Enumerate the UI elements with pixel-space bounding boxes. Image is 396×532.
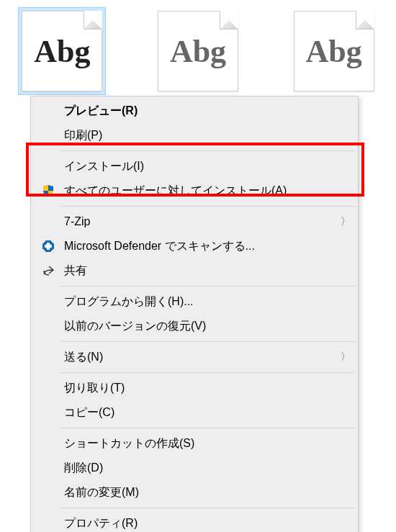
menu-label: 名前の変更(M) <box>58 485 351 500</box>
menu-7zip[interactable]: 7-Zip 〉 <box>32 209 356 234</box>
menu-label: プレビュー(R) <box>58 104 351 119</box>
font-glyph: Abg <box>170 33 226 70</box>
menu-label: コピー(C) <box>58 405 351 420</box>
font-file-item[interactable]: Abg <box>150 7 246 99</box>
font-file-icon: Abg <box>294 11 374 91</box>
menu-cut[interactable]: 切り取り(T) <box>32 376 356 400</box>
menu-restore-previous[interactable]: 以前のバージョンの復元(V) <box>32 314 356 338</box>
menu-copy[interactable]: コピー(C) <box>32 400 356 425</box>
menu-rename[interactable]: 名前の変更(M) <box>32 480 356 505</box>
menu-delete[interactable]: 削除(D) <box>32 456 356 480</box>
menu-separator <box>61 341 355 342</box>
menu-separator <box>61 508 355 508</box>
menu-label: 切り取り(T) <box>58 381 351 396</box>
defender-icon <box>38 240 58 253</box>
menu-label: すべてのユーザーに対してインストール(A) <box>58 184 351 199</box>
menu-separator <box>61 150 355 151</box>
menu-label: インストール(I) <box>58 159 351 174</box>
font-glyph: Abg <box>306 33 362 70</box>
menu-send-to[interactable]: 送る(N) 〉 <box>32 345 356 369</box>
menu-properties[interactable]: プロパティ(R) <box>32 511 356 532</box>
svg-rect-8 <box>46 244 50 248</box>
menu-label: Microsoft Defender でスキャンする... <box>58 239 351 254</box>
font-glyph: Abg <box>34 33 90 70</box>
menu-create-shortcut[interactable]: ショートカットの作成(S) <box>32 431 356 456</box>
menu-install-all-users[interactable]: すべてのユーザーに対してインストール(A) <box>32 179 356 203</box>
share-icon <box>38 264 58 277</box>
menu-label: 以前のバージョンの復元(V) <box>58 319 351 334</box>
menu-separator <box>61 372 355 373</box>
chevron-right-icon: 〉 <box>336 215 351 228</box>
font-file-icon: Abg <box>158 11 238 91</box>
menu-label: 送る(N) <box>58 350 336 365</box>
context-menu: プレビュー(R) 印刷(P) インストール(I) すべてのユーザーに対してインス… <box>30 96 359 532</box>
menu-separator <box>61 428 355 428</box>
menu-label: 7-Zip <box>58 215 336 228</box>
menu-separator <box>61 206 355 207</box>
chevron-right-icon: 〉 <box>336 351 351 364</box>
shield-icon <box>38 184 58 197</box>
menu-print[interactable]: 印刷(P) <box>32 123 356 148</box>
menu-open-with[interactable]: プログラムから開く(H)... <box>32 289 356 314</box>
menu-label: 印刷(P) <box>58 128 351 143</box>
menu-label: 共有 <box>58 263 351 279</box>
menu-label: 削除(D) <box>58 461 351 476</box>
menu-separator <box>61 286 355 287</box>
menu-install[interactable]: インストール(I) <box>32 154 356 179</box>
menu-share[interactable]: 共有 <box>32 258 356 283</box>
menu-label: プログラムから開く(H)... <box>58 294 351 310</box>
menu-defender-scan[interactable]: Microsoft Defender でスキャンする... <box>32 234 356 258</box>
menu-preview[interactable]: プレビュー(R) <box>32 99 356 123</box>
menu-label: ショートカットの作成(S) <box>58 436 351 451</box>
font-file-icon: Abg <box>22 11 102 91</box>
menu-label: プロパティ(R) <box>58 516 351 531</box>
